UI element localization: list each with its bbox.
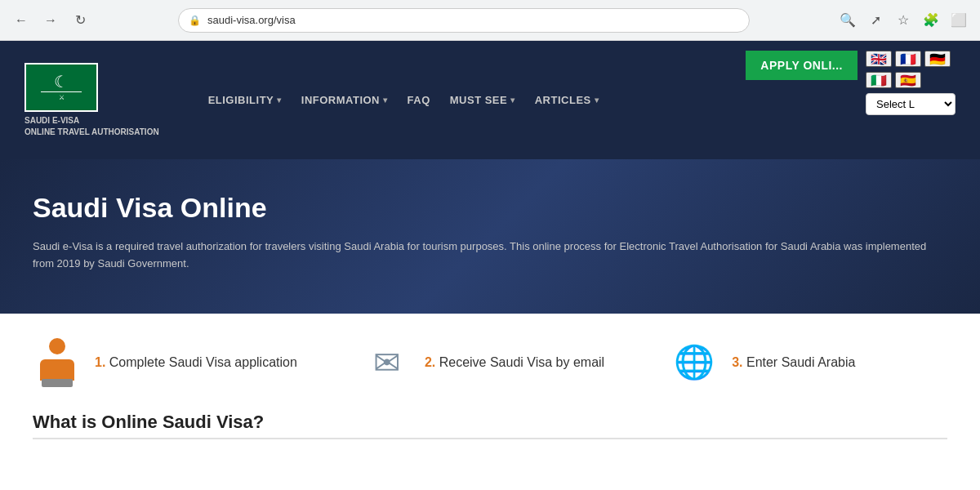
lock-icon: 🔒: [189, 15, 201, 26]
step1-icon: [33, 338, 82, 387]
nav-must-see[interactable]: MUST SEE ▾: [450, 94, 515, 106]
flag-fr[interactable]: 🇫🇷: [895, 51, 921, 67]
step-3: 🌐 3. Enter Saudi Arabia: [670, 338, 855, 387]
flags-row-top: 🇬🇧 🇫🇷 🇩🇪: [866, 51, 956, 67]
nav-information[interactable]: INFORMATION ▾: [301, 94, 388, 106]
step-1: 1. Complete Saudi Visa application: [33, 338, 297, 387]
flag-it[interactable]: 🇮🇹: [866, 72, 892, 88]
step3-icon: 🌐: [670, 338, 719, 387]
step1-text: 1. Complete Saudi Visa application: [95, 355, 297, 370]
logo-text: SAUDI E-VISA ONLINE TRAVEL AUTHORISATION: [24, 115, 159, 138]
forward-button[interactable]: →: [39, 9, 62, 32]
flags-row-bottom: 🇮🇹 🇪🇸: [866, 72, 956, 88]
logo-flag: ☾ ⚔: [24, 63, 98, 112]
nav-faq[interactable]: FAQ: [408, 94, 430, 106]
reload-button[interactable]: ↻: [69, 9, 91, 32]
flags-language-area: 🇬🇧 🇫🇷 🇩🇪 🇮🇹 🇪🇸 Select L English French G…: [866, 51, 956, 115]
menu-button[interactable]: ⬜: [947, 9, 970, 32]
flag-es[interactable]: 🇪🇸: [895, 72, 921, 88]
nav-articles[interactable]: ARTICLES ▾: [535, 94, 599, 106]
step3-text: 3. Enter Saudi Arabia: [732, 355, 855, 370]
search-button[interactable]: 🔍: [836, 9, 859, 32]
browser-actions: 🔍 ➚ ☆ 🧩 ⬜: [836, 9, 970, 32]
apply-button[interactable]: APPLY ONLI...: [746, 51, 858, 80]
extensions-button[interactable]: 🧩: [920, 9, 942, 32]
website-content: ☾ ⚔ SAUDI E-VISA ONLINE TRAVEL AUTHORISA…: [0, 41, 980, 490]
flag-de[interactable]: 🇩🇪: [924, 51, 951, 67]
hero-description: Saudi e-Visa is a required travel author…: [33, 238, 931, 273]
nav-arrow: ▾: [277, 96, 282, 105]
nav-arrow: ▾: [595, 96, 599, 105]
hero-section: Saudi Visa Online Saudi e-Visa is a requ…: [0, 159, 980, 314]
site-header: ☾ ⚔ SAUDI E-VISA ONLINE TRAVEL AUTHORISA…: [0, 41, 980, 159]
flag-inner: ☾ ⚔: [41, 74, 82, 101]
browser-chrome: ← → ↻ 🔒 saudi-visa.org/visa 🔍 ➚ ☆ 🧩 ⬜: [0, 0, 980, 41]
header-top-right: APPLY ONLI... 🇬🇧 🇫🇷 🇩🇪 🇮🇹 🇪🇸 Select L En…: [746, 51, 956, 115]
address-bar[interactable]: 🔒 saudi-visa.org/visa: [178, 8, 750, 33]
step-2: ✉ 2. Receive Saudi Visa by email: [363, 338, 604, 387]
bookmark-button[interactable]: ☆: [892, 9, 915, 32]
logo-area: ☾ ⚔ SAUDI E-VISA ONLINE TRAVEL AUTHORISA…: [24, 63, 159, 138]
language-select[interactable]: Select L English French German Italian S…: [866, 93, 956, 115]
step2-text: 2. Receive Saudi Visa by email: [425, 355, 604, 370]
nav-eligibility[interactable]: ELIGIBILITY ▾: [208, 94, 282, 106]
step2-icon: ✉: [363, 338, 412, 387]
back-button[interactable]: ←: [10, 9, 33, 32]
section-divider: [33, 438, 947, 439]
url-text: saudi-visa.org/visa: [207, 14, 296, 26]
logo-line1: SAUDI E-VISA: [24, 115, 159, 127]
logo-line2: ONLINE TRAVEL AUTHORISATION: [24, 127, 159, 138]
what-section: What is Online Saudi Visa?: [0, 403, 980, 448]
share-button[interactable]: ➚: [864, 9, 887, 32]
hero-title: Saudi Visa Online: [33, 192, 947, 224]
flag-gb[interactable]: 🇬🇧: [866, 51, 892, 67]
nav-arrow: ▾: [510, 96, 515, 105]
what-title: What is Online Saudi Visa?: [33, 412, 947, 433]
steps-section: 1. Complete Saudi Visa application ✉ 2. …: [0, 314, 980, 403]
nav-arrow: ▾: [383, 96, 388, 105]
